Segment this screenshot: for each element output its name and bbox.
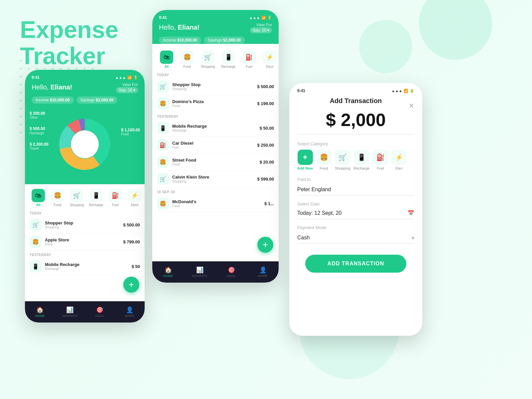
p2-tx-date-yesterday: YESTERDAY bbox=[157, 115, 274, 118]
p2-cat-recharge[interactable]: 📱 Recharge bbox=[219, 51, 238, 68]
p3-cat-fuel[interactable]: ⛽ Fuel bbox=[373, 150, 388, 170]
p2-tx-mcdonalds[interactable]: 🍔 McDonald's Food $ 1... bbox=[157, 195, 274, 212]
select-category-label: Select Category bbox=[297, 141, 414, 146]
phone2-time: 9:41 bbox=[159, 15, 167, 20]
p2-cat-food[interactable]: 🍔 Food bbox=[178, 51, 197, 68]
p2-tx-icon-food1: 🍔 bbox=[157, 97, 169, 109]
p2-fab-button[interactable]: + bbox=[257, 237, 273, 253]
amount-display[interactable]: $ 2,000 bbox=[297, 109, 414, 135]
p2-nav-goal[interactable]: 🎯 GOAL bbox=[215, 261, 247, 283]
p2-cat-icon-food: 🍔 bbox=[181, 51, 194, 64]
nav-home[interactable]: 🏠 HOME bbox=[25, 301, 55, 323]
nav-insights[interactable]: 📊 INSIGHTS bbox=[55, 301, 85, 323]
fab-button[interactable]: + bbox=[123, 277, 139, 293]
p2-wifi-icon: 📶 bbox=[261, 16, 266, 20]
cat-icon-recharge: 📱 bbox=[89, 189, 103, 202]
p2-nav-home[interactable]: 🏠 HOME bbox=[152, 261, 184, 283]
phone1-bottom-nav: 🏠 HOME 📊 INSIGHTS 🎯 GOAL 👤 MORE bbox=[25, 301, 145, 323]
p2-nav-insights[interactable]: 📊 INSIGHTS bbox=[184, 261, 215, 283]
p2-greeting: Hello, Eliana! bbox=[159, 24, 200, 31]
p2-cat-icon-fuel: ⛽ bbox=[242, 51, 256, 64]
phone2-bottom-nav: 🏠 HOME 📊 INSIGHTS 🎯 GOAL 👤 MORE bbox=[152, 261, 279, 283]
tx-apple-store[interactable]: 🍔 Apple Store Food $ 799.00 bbox=[30, 233, 140, 250]
p2-tx-icon-mcdonalds: 🍔 bbox=[157, 198, 169, 209]
p2-insights-icon: 📊 bbox=[196, 266, 203, 274]
p3-cat-recharge[interactable]: 📱 Recharge bbox=[354, 150, 370, 170]
p3-cat-addnew[interactable]: + Add New bbox=[297, 150, 313, 170]
p3-cat-icon-elec: ⚡ bbox=[391, 150, 407, 165]
p2-cat-shopping[interactable]: 🛒 Shopping bbox=[198, 51, 217, 68]
dot bbox=[20, 76, 22, 77]
cat-tab-elec[interactable]: ⚡ Elect bbox=[126, 189, 143, 207]
p3-cat-food[interactable]: 🍔 Food bbox=[316, 150, 332, 170]
p2-tx-shopper[interactable]: 🛒 Shopper Stop Shopping $ 500.00 bbox=[157, 78, 274, 95]
phone3-time: 9:41 bbox=[297, 88, 305, 93]
cat-icon-food: 🍔 bbox=[51, 189, 64, 202]
p3-cat-elec[interactable]: ⚡ Elec bbox=[391, 150, 407, 170]
p3-wifi-icon: 📶 bbox=[404, 89, 408, 93]
phone2: 9:41 ▲▲▲ 📶 🔋 Hello, Eliana! View For Sep… bbox=[152, 10, 279, 283]
add-transaction-button[interactable]: ADD TRANSACTION bbox=[305, 255, 406, 273]
cat-tab-all[interactable]: 🛍 All bbox=[30, 189, 47, 207]
p2-tx-cardiesel[interactable]: ⛽ Car Diesel Fuel $ 250.00 bbox=[157, 137, 274, 154]
view-for-label: View For bbox=[116, 82, 138, 87]
p2-tx-recharge[interactable]: 📱 Mobile Recharge Recharge $ 50.00 bbox=[157, 120, 274, 137]
p3-cat-shopping[interactable]: 🛒 Shopping bbox=[335, 150, 350, 170]
p2-tx-streetfood[interactable]: 🍔 Street Food Food $ 20.00 bbox=[157, 154, 274, 171]
tx-info-recharge: Mobile Recharge Recharge bbox=[45, 262, 128, 271]
p3-cat-icon-fuel: ⛽ bbox=[373, 150, 388, 165]
dot bbox=[20, 108, 22, 109]
chart-labels-left: $ 200.00 Other $ 500.00 Recharge $ 2,300… bbox=[30, 111, 49, 151]
cat-tab-recharge[interactable]: 📱 Recharge bbox=[87, 189, 105, 207]
phone1-status-bar: 9:41 ▲▲▲ 📶 🔋 bbox=[32, 75, 138, 80]
tx-date-yesterday: YESTERDAY bbox=[30, 253, 140, 257]
select-arrow-icon: ▾ bbox=[412, 235, 414, 241]
p2-cat-icon-shopping: 🛒 bbox=[201, 51, 214, 64]
tx-mobile-recharge[interactable]: 📱 Mobile Recharge Recharge $ 50 bbox=[30, 258, 140, 275]
nav-goal[interactable]: 🎯 GOAL bbox=[85, 301, 115, 323]
tx-shopper-stop[interactable]: 🛒 Shopper Stop Shopping $ 500.00 bbox=[30, 216, 140, 233]
p2-cat-elec[interactable]: ⚡ Elect bbox=[260, 51, 279, 68]
phone1-time: 9:41 bbox=[32, 75, 40, 80]
paid-to-input[interactable] bbox=[297, 185, 414, 196]
status-icons: ▲▲▲ 📶 🔋 bbox=[115, 75, 138, 80]
p2-view-for-badge[interactable]: Sep, 20 ▾ bbox=[250, 27, 272, 33]
more-icon: 👤 bbox=[126, 306, 133, 314]
dot bbox=[20, 84, 22, 85]
phone2-body: 🛍 All 🍔 Food 🛒 Shopping 📱 Recharge ⛽ Fue… bbox=[152, 46, 279, 235]
phone3: 9:41 ▲▲▲ 📶 🔋 Add Transaction ✕ $ 2,000 S… bbox=[289, 83, 422, 336]
p2-cat-all[interactable]: 🛍 All bbox=[157, 51, 176, 68]
phone3-header: 9:41 ▲▲▲ 📶 🔋 Add Transaction ✕ bbox=[289, 83, 422, 109]
p2-income-savings: Income $10,000.00 Savings $2,000.00 bbox=[159, 37, 272, 44]
close-button[interactable]: ✕ bbox=[409, 102, 414, 110]
phone1-cat-tabs: 🛍 All 🍔 Food 🛒 Shopping 📱 Recharge ⛽ Fue… bbox=[25, 184, 145, 209]
dot bbox=[20, 100, 22, 101]
add-tx-title: Add Transaction bbox=[297, 97, 414, 105]
tx-icon-food: 🍔 bbox=[30, 236, 42, 248]
cat-tab-food[interactable]: 🍔 Food bbox=[49, 189, 66, 207]
payment-mode-select-wrap: Cash Card UPI Net Banking ▾ bbox=[297, 233, 414, 243]
phone3-cat-select-row: + Add New 🍔 Food 🛒 Shopping 📱 Recharge ⛽… bbox=[297, 150, 414, 170]
p2-tx-icon-shopping2: 🛒 bbox=[157, 173, 169, 185]
phone1-header: 9:41 ▲▲▲ 📶 🔋 Hello, Eliana! View For Sep… bbox=[25, 70, 145, 108]
nav-more[interactable]: 👤 MORE bbox=[115, 301, 145, 323]
p2-tx-date-sep10: 10 SEP, 20 bbox=[157, 190, 274, 194]
home-icon: 🏠 bbox=[36, 306, 44, 314]
date-input-wrap[interactable]: Today: 12 Sept, 20 📅 bbox=[297, 210, 414, 219]
battery-icon: 🔋 bbox=[133, 75, 138, 80]
paid-to-label: Paid to bbox=[297, 177, 414, 182]
p2-cat-fuel[interactable]: ⛽ Fuel bbox=[239, 51, 259, 68]
p2-tx-calvinklein[interactable]: 🛒 Calvin Klein Store Shopping $ 599.00 bbox=[157, 171, 274, 188]
view-for-badge[interactable]: Sep, 20 ▾ bbox=[116, 87, 138, 93]
p2-tx-dominos[interactable]: 🍔 Domino's Pizza Food $ 199.00 bbox=[157, 95, 274, 112]
p3-cat-icon-shopping: 🛒 bbox=[335, 150, 350, 165]
dot bbox=[20, 124, 22, 125]
phone2-cat-tabs: 🛍 All 🍔 Food 🛒 Shopping 📱 Recharge ⛽ Fue… bbox=[152, 46, 279, 70]
cat-tab-shopping[interactable]: 🛒 Shopping bbox=[68, 189, 85, 207]
payment-mode-select[interactable]: Cash Card UPI Net Banking bbox=[297, 233, 414, 243]
p2-nav-more[interactable]: 👤 MORE bbox=[247, 261, 279, 283]
phone3-status-bar: 9:41 ▲▲▲ 📶 🔋 bbox=[297, 88, 414, 93]
cat-tab-fuel[interactable]: ⛽ Fuel bbox=[107, 189, 124, 207]
p2-view-for-label: View For bbox=[250, 23, 272, 27]
signal-icon: ▲▲▲ bbox=[115, 75, 126, 79]
